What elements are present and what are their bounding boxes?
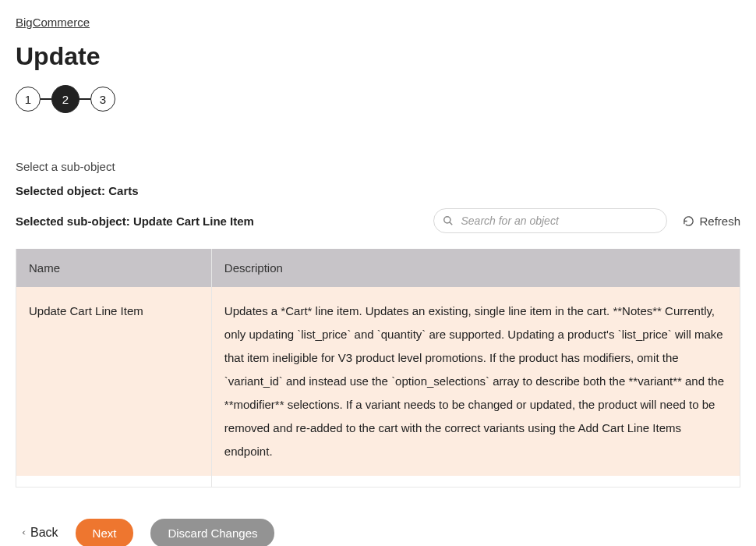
step-line [79,98,90,100]
back-button[interactable]: Back [20,526,58,540]
next-button[interactable]: Next [76,519,134,547]
back-label: Back [30,526,58,540]
table-spacer [16,476,740,487]
refresh-button[interactable]: Refresh [683,214,740,228]
search-input[interactable] [433,208,667,233]
page-title: Update [16,42,740,71]
step-2[interactable]: 2 [51,85,79,113]
svg-line-1 [450,222,453,225]
selected-object-line: Selected object: Carts [16,184,740,197]
cell-name: Update Cart Line Item [16,287,212,476]
svg-point-0 [444,217,450,223]
step-line [41,98,51,100]
step-1[interactable]: 1 [16,87,41,112]
selected-object-label: Selected object: [16,184,108,197]
cell-description: Updates a *Cart* line item. Updates an e… [211,287,740,476]
refresh-icon [683,215,694,227]
table-row[interactable]: Update Cart Line Item Updates a *Cart* l… [16,287,740,476]
footer-actions: Back Next Discard Changes [16,519,740,547]
search-icon [443,215,454,226]
col-header-name: Name [16,249,212,287]
stepper: 1 2 3 [16,85,740,113]
selected-sub-object-label: Selected sub-object: [16,214,133,228]
breadcrumb[interactable]: BigCommerce [16,16,90,29]
refresh-label: Refresh [699,214,740,228]
object-table: Name Description Update Cart Line Item U… [16,249,740,488]
search-wrap [433,208,667,233]
selected-sub-object-line: Selected sub-object: Update Cart Line It… [16,214,254,228]
col-header-description: Description [211,249,740,287]
chevron-left-icon [20,528,27,537]
selected-object-value: Carts [108,184,138,197]
step-3[interactable]: 3 [90,87,115,112]
discard-button[interactable]: Discard Changes [150,519,274,547]
section-label: Select a sub-object [16,160,740,173]
selected-sub-object-value: Update Cart Line Item [133,214,254,228]
